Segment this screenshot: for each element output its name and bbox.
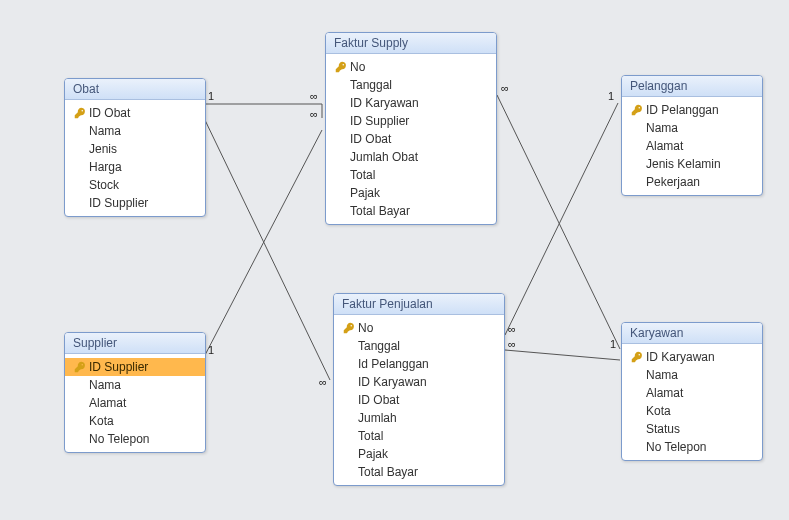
entity-field[interactable]: Nama (65, 122, 205, 140)
entity-faktur-supply[interactable]: Faktur Supply NoTanggalID KaryawanID Sup… (325, 32, 497, 225)
entity-field[interactable]: Kota (622, 402, 762, 420)
field-label: Pajak (350, 185, 380, 201)
entity-field-list: ID SupplierNamaAlamatKotaNo Telepon (65, 354, 205, 452)
primary-key-icon (340, 322, 358, 334)
svg-line-3 (204, 118, 330, 380)
entity-field[interactable]: Pajak (326, 184, 496, 202)
entity-field[interactable]: Nama (65, 376, 205, 394)
field-label: Pekerjaan (646, 174, 700, 190)
primary-key-icon (628, 351, 646, 363)
entity-field[interactable]: Pekerjaan (622, 173, 762, 191)
field-label: Alamat (646, 385, 683, 401)
entity-pelanggan[interactable]: Pelanggan ID PelangganNamaAlamatJenis Ke… (621, 75, 763, 196)
field-label: Jenis Kelamin (646, 156, 721, 172)
entity-field[interactable]: ID Karyawan (622, 348, 762, 366)
entity-field[interactable]: ID Obat (65, 104, 205, 122)
entity-karyawan[interactable]: Karyawan ID KaryawanNamaAlamatKotaStatus… (621, 322, 763, 461)
entity-title[interactable]: Faktur Supply (326, 33, 496, 54)
entity-field[interactable]: No (334, 319, 504, 337)
entity-title[interactable]: Karyawan (622, 323, 762, 344)
entity-obat[interactable]: Obat ID ObatNamaJenisHargaStockID Suppli… (64, 78, 206, 217)
entity-field[interactable]: ID Karyawan (326, 94, 496, 112)
field-label: ID Supplier (89, 195, 148, 211)
entity-field[interactable]: ID Supplier (65, 358, 205, 376)
entity-field[interactable]: Jenis Kelamin (622, 155, 762, 173)
field-label: ID Karyawan (350, 95, 419, 111)
entity-field[interactable]: Stock (65, 176, 205, 194)
entity-field[interactable]: Total (334, 427, 504, 445)
entity-field[interactable]: Jumlah (334, 409, 504, 427)
cardinality-many: ∞ (508, 323, 516, 335)
entity-field[interactable]: Total (326, 166, 496, 184)
field-label: ID Obat (350, 131, 391, 147)
primary-key-icon (332, 61, 350, 73)
entity-field[interactable]: Jenis (65, 140, 205, 158)
entity-field[interactable]: ID Obat (334, 391, 504, 409)
entity-title[interactable]: Supplier (65, 333, 205, 354)
entity-field-list: NoTanggalId PelangganID KaryawanID ObatJ… (334, 315, 504, 485)
field-label: Kota (646, 403, 671, 419)
entity-field[interactable]: ID Karyawan (334, 373, 504, 391)
field-label: Total (358, 428, 383, 444)
entity-field[interactable]: ID Supplier (65, 194, 205, 212)
field-label: Jumlah Obat (350, 149, 418, 165)
field-label: Jenis (89, 141, 117, 157)
field-label: Harga (89, 159, 122, 175)
entity-supplier[interactable]: Supplier ID SupplierNamaAlamatKotaNo Tel… (64, 332, 206, 453)
svg-line-6 (505, 350, 620, 360)
entity-field[interactable]: No (326, 58, 496, 76)
cardinality-one: 1 (208, 344, 214, 356)
entity-field-list: ID KaryawanNamaAlamatKotaStatusNo Telepo… (622, 344, 762, 460)
entity-title[interactable]: Pelanggan (622, 76, 762, 97)
field-label: ID Karyawan (358, 374, 427, 390)
entity-title[interactable]: Obat (65, 79, 205, 100)
entity-field[interactable]: Nama (622, 119, 762, 137)
primary-key-icon (71, 361, 89, 373)
field-label: Nama (89, 377, 121, 393)
cardinality-many: ∞ (508, 338, 516, 350)
field-label: No Telepon (89, 431, 150, 447)
field-label: Jumlah (358, 410, 397, 426)
entity-field[interactable]: Status (622, 420, 762, 438)
entity-field[interactable]: Tanggal (334, 337, 504, 355)
entity-field[interactable]: Jumlah Obat (326, 148, 496, 166)
field-label: Stock (89, 177, 119, 193)
entity-field-list: ID ObatNamaJenisHargaStockID Supplier (65, 100, 205, 216)
field-label: Alamat (89, 395, 126, 411)
entity-field[interactable]: Alamat (65, 394, 205, 412)
field-label: Total Bayar (350, 203, 410, 219)
entity-field[interactable]: Tanggal (326, 76, 496, 94)
entity-faktur-penjualan[interactable]: Faktur Penjualan NoTanggalId PelangganID… (333, 293, 505, 486)
field-label: Id Pelanggan (358, 356, 429, 372)
entity-field[interactable]: Id Pelanggan (334, 355, 504, 373)
cardinality-many: ∞ (319, 376, 327, 388)
entity-field[interactable]: No Telepon (622, 438, 762, 456)
entity-field[interactable]: ID Supplier (326, 112, 496, 130)
field-label: Nama (646, 120, 678, 136)
field-label: Tanggal (358, 338, 400, 354)
entity-field[interactable]: Kota (65, 412, 205, 430)
entity-field[interactable]: Total Bayar (334, 463, 504, 481)
field-label: Alamat (646, 138, 683, 154)
cardinality-many: ∞ (310, 90, 318, 102)
entity-field[interactable]: No Telepon (65, 430, 205, 448)
field-label: Kota (89, 413, 114, 429)
entity-field[interactable]: ID Obat (326, 130, 496, 148)
svg-line-4 (497, 95, 620, 349)
field-label: Nama (646, 367, 678, 383)
primary-key-icon (628, 104, 646, 116)
entity-field[interactable]: Alamat (622, 384, 762, 402)
entity-field[interactable]: Harga (65, 158, 205, 176)
field-label: ID Supplier (89, 359, 148, 375)
field-label: ID Pelanggan (646, 102, 719, 118)
entity-field[interactable]: Nama (622, 366, 762, 384)
field-label: No Telepon (646, 439, 707, 455)
field-label: No (350, 59, 365, 75)
entity-field[interactable]: Alamat (622, 137, 762, 155)
field-label: ID Obat (358, 392, 399, 408)
entity-title[interactable]: Faktur Penjualan (334, 294, 504, 315)
entity-field[interactable]: Pajak (334, 445, 504, 463)
entity-field[interactable]: Total Bayar (326, 202, 496, 220)
entity-field[interactable]: ID Pelanggan (622, 101, 762, 119)
entity-field-list: NoTanggalID KaryawanID SupplierID ObatJu… (326, 54, 496, 224)
